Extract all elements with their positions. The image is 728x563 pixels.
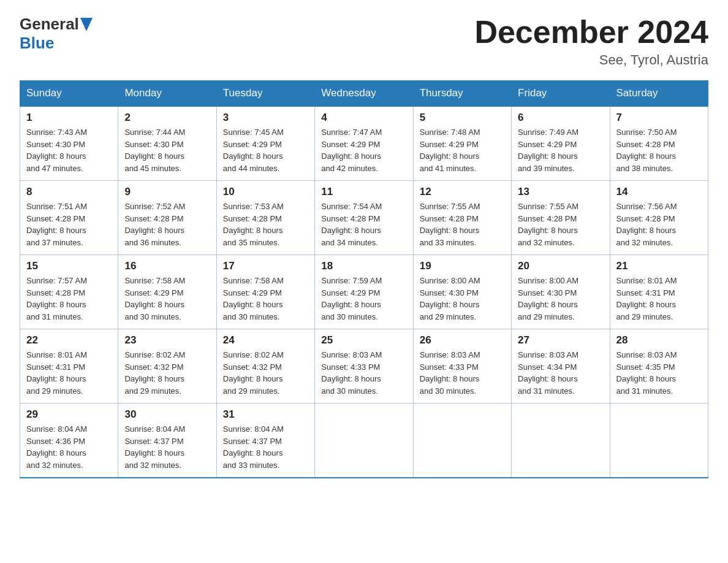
day-info: Sunrise: 7:54 AMSunset: 4:28 PMDaylight:…	[321, 201, 406, 248]
svg-marker-0	[80, 18, 93, 31]
day-number: 27	[518, 334, 603, 347]
day-number: 6	[518, 112, 603, 124]
calendar-cell: 3 Sunrise: 7:45 AMSunset: 4:29 PMDayligh…	[216, 106, 314, 181]
calendar-cell: 6 Sunrise: 7:49 AMSunset: 4:29 PMDayligh…	[512, 106, 610, 181]
calendar-week-row: 1 Sunrise: 7:43 AMSunset: 4:30 PMDayligh…	[20, 106, 708, 181]
logo-blue-text: Blue	[20, 34, 54, 52]
day-info: Sunrise: 7:55 AMSunset: 4:28 PMDaylight:…	[518, 201, 603, 248]
day-info: Sunrise: 8:03 AMSunset: 4:34 PMDaylight:…	[518, 349, 603, 397]
col-header-wednesday: Wednesday	[315, 81, 413, 107]
calendar-cell: 21 Sunrise: 8:01 AMSunset: 4:31 PMDaylig…	[610, 255, 708, 329]
day-number: 19	[420, 260, 505, 272]
day-info: Sunrise: 8:04 AMSunset: 4:37 PMDaylight:…	[124, 423, 210, 471]
day-number: 24	[223, 334, 308, 347]
day-info: Sunrise: 7:52 AMSunset: 4:28 PMDaylight:…	[124, 201, 210, 248]
calendar-week-row: 8 Sunrise: 7:51 AMSunset: 4:28 PMDayligh…	[20, 181, 708, 255]
calendar-cell: 31 Sunrise: 8:04 AMSunset: 4:37 PMDaylig…	[216, 404, 314, 478]
day-number: 23	[124, 334, 210, 347]
day-number: 2	[124, 112, 210, 124]
calendar-cell: 20 Sunrise: 8:00 AMSunset: 4:30 PMDaylig…	[512, 255, 610, 329]
calendar-cell: 2 Sunrise: 7:44 AMSunset: 4:30 PMDayligh…	[118, 106, 216, 181]
day-info: Sunrise: 7:55 AMSunset: 4:28 PMDaylight:…	[420, 201, 505, 248]
calendar-cell: 28 Sunrise: 8:03 AMSunset: 4:35 PMDaylig…	[610, 329, 708, 404]
calendar-cell: 15 Sunrise: 7:57 AMSunset: 4:28 PMDaylig…	[20, 255, 118, 329]
day-number: 14	[616, 186, 702, 198]
day-number: 11	[321, 186, 406, 198]
day-number: 17	[223, 260, 308, 272]
day-number: 12	[420, 186, 505, 198]
calendar-cell: 11 Sunrise: 7:54 AMSunset: 4:28 PMDaylig…	[315, 181, 413, 255]
day-info: Sunrise: 7:43 AMSunset: 4:30 PMDaylight:…	[26, 126, 112, 174]
day-info: Sunrise: 7:45 AMSunset: 4:29 PMDaylight:…	[223, 126, 308, 174]
calendar-cell	[610, 404, 708, 478]
day-info: Sunrise: 8:00 AMSunset: 4:30 PMDaylight:…	[518, 275, 603, 323]
calendar-cell: 8 Sunrise: 7:51 AMSunset: 4:28 PMDayligh…	[20, 181, 118, 255]
day-number: 9	[124, 186, 210, 198]
calendar-cell: 14 Sunrise: 7:56 AMSunset: 4:28 PMDaylig…	[610, 181, 708, 255]
day-number: 13	[518, 186, 603, 198]
calendar-week-row: 15 Sunrise: 7:57 AMSunset: 4:28 PMDaylig…	[20, 255, 708, 329]
col-header-monday: Monday	[118, 81, 216, 107]
day-number: 1	[26, 112, 112, 124]
day-info: Sunrise: 8:04 AMSunset: 4:36 PMDaylight:…	[26, 423, 112, 471]
calendar-cell: 22 Sunrise: 8:01 AMSunset: 4:31 PMDaylig…	[20, 329, 118, 404]
day-number: 21	[616, 260, 702, 272]
calendar-cell: 18 Sunrise: 7:59 AMSunset: 4:29 PMDaylig…	[315, 255, 413, 329]
day-number: 26	[420, 334, 505, 347]
day-info: Sunrise: 8:01 AMSunset: 4:31 PMDaylight:…	[26, 349, 112, 397]
day-info: Sunrise: 8:01 AMSunset: 4:31 PMDaylight:…	[616, 275, 702, 323]
logo-general-text: General	[20, 15, 79, 34]
day-info: Sunrise: 7:51 AMSunset: 4:28 PMDaylight:…	[26, 201, 112, 248]
calendar-cell: 27 Sunrise: 8:03 AMSunset: 4:34 PMDaylig…	[512, 329, 610, 404]
day-number: 4	[321, 112, 406, 124]
calendar-header-row: SundayMondayTuesdayWednesdayThursdayFrid…	[20, 81, 708, 107]
day-info: Sunrise: 7:50 AMSunset: 4:28 PMDaylight:…	[616, 126, 702, 174]
calendar-week-row: 29 Sunrise: 8:04 AMSunset: 4:36 PMDaylig…	[20, 404, 708, 478]
calendar-week-row: 22 Sunrise: 8:01 AMSunset: 4:31 PMDaylig…	[20, 329, 708, 404]
calendar-cell	[512, 404, 610, 478]
calendar-cell: 5 Sunrise: 7:48 AMSunset: 4:29 PMDayligh…	[413, 106, 511, 181]
logo: General Blue	[20, 15, 93, 53]
day-info: Sunrise: 8:02 AMSunset: 4:32 PMDaylight:…	[124, 349, 210, 397]
day-info: Sunrise: 7:56 AMSunset: 4:28 PMDaylight:…	[616, 201, 702, 248]
day-number: 20	[518, 260, 603, 272]
day-number: 29	[26, 408, 112, 421]
day-number: 25	[321, 334, 406, 347]
calendar-cell	[413, 404, 511, 478]
day-info: Sunrise: 8:04 AMSunset: 4:37 PMDaylight:…	[223, 423, 308, 471]
calendar-cell: 10 Sunrise: 7:53 AMSunset: 4:28 PMDaylig…	[216, 181, 314, 255]
day-info: Sunrise: 7:44 AMSunset: 4:30 PMDaylight:…	[124, 126, 210, 174]
calendar-cell: 19 Sunrise: 8:00 AMSunset: 4:30 PMDaylig…	[413, 255, 511, 329]
calendar-cell: 30 Sunrise: 8:04 AMSunset: 4:37 PMDaylig…	[118, 404, 216, 478]
day-info: Sunrise: 7:58 AMSunset: 4:29 PMDaylight:…	[124, 275, 210, 323]
calendar-cell: 13 Sunrise: 7:55 AMSunset: 4:28 PMDaylig…	[512, 181, 610, 255]
day-info: Sunrise: 8:03 AMSunset: 4:33 PMDaylight:…	[321, 349, 406, 397]
calendar-cell: 1 Sunrise: 7:43 AMSunset: 4:30 PMDayligh…	[20, 106, 118, 181]
day-number: 30	[124, 408, 210, 421]
location-title: See, Tyrol, Austria	[474, 52, 708, 68]
col-header-thursday: Thursday	[413, 81, 511, 107]
day-number: 7	[616, 112, 702, 124]
day-info: Sunrise: 7:49 AMSunset: 4:29 PMDaylight:…	[518, 126, 603, 174]
calendar-cell: 26 Sunrise: 8:03 AMSunset: 4:33 PMDaylig…	[413, 329, 511, 404]
day-info: Sunrise: 8:03 AMSunset: 4:35 PMDaylight:…	[616, 349, 702, 397]
day-info: Sunrise: 7:59 AMSunset: 4:29 PMDaylight:…	[321, 275, 406, 323]
day-info: Sunrise: 8:02 AMSunset: 4:32 PMDaylight:…	[223, 349, 308, 397]
day-number: 16	[124, 260, 210, 272]
calendar-cell: 4 Sunrise: 7:47 AMSunset: 4:29 PMDayligh…	[315, 106, 413, 181]
day-info: Sunrise: 7:58 AMSunset: 4:29 PMDaylight:…	[223, 275, 308, 323]
day-info: Sunrise: 7:53 AMSunset: 4:28 PMDaylight:…	[223, 201, 308, 248]
col-header-saturday: Saturday	[610, 81, 708, 107]
calendar-cell	[315, 404, 413, 478]
day-info: Sunrise: 7:48 AMSunset: 4:29 PMDaylight:…	[420, 126, 505, 174]
calendar-cell: 9 Sunrise: 7:52 AMSunset: 4:28 PMDayligh…	[118, 181, 216, 255]
calendar-cell: 24 Sunrise: 8:02 AMSunset: 4:32 PMDaylig…	[216, 329, 314, 404]
calendar-cell: 25 Sunrise: 8:03 AMSunset: 4:33 PMDaylig…	[315, 329, 413, 404]
page-header: General Blue December 2024 See, Tyrol, A…	[20, 15, 708, 68]
col-header-friday: Friday	[512, 81, 610, 107]
day-number: 8	[26, 186, 112, 198]
calendar-cell: 23 Sunrise: 8:02 AMSunset: 4:32 PMDaylig…	[118, 329, 216, 404]
day-number: 15	[26, 260, 112, 272]
month-title: December 2024	[474, 15, 708, 50]
col-header-sunday: Sunday	[20, 81, 118, 107]
